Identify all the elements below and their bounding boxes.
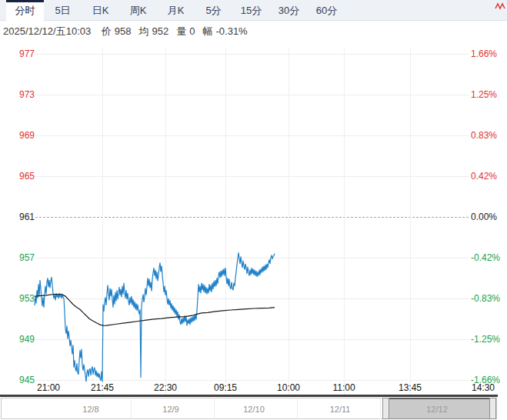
nav-date-12/10: 12/10 [243,405,265,414]
active-tab-indicator [6,0,44,2]
status-average-label: 均 [139,25,149,37]
price-line [35,252,275,382]
time-label-11:00: 11:00 [332,382,355,393]
status-change: 幅-0.31% [202,25,247,37]
price-tick-961: 961 [0,212,35,222]
tab-60min[interactable]: 60分 [308,0,345,21]
price-tick-945: 945 [0,375,35,385]
selected-range-box[interactable] [389,398,489,419]
time-label-13:45: 13:45 [399,382,422,393]
v-gridline-09:15 [225,48,226,395]
tab-5min[interactable]: 5分 [195,0,232,21]
v-gridline-22:30 [165,48,166,395]
status-bar: 2025/12/12/五10:03 价958均952量0幅-0.31% [0,22,507,42]
status-price: 价958 [102,25,132,37]
tab-30min-label: 30分 [279,5,299,16]
price-tick-969: 969 [0,131,35,140]
tab-monthly-k-label: 月K [168,5,185,16]
status-average: 均952 [139,25,169,37]
h-gridline [35,135,469,136]
time-label-10:00: 10:00 [277,382,300,393]
tab-minute-label: 分时 [15,5,35,16]
tab-15min[interactable]: 15分 [232,0,270,21]
nav-date-12/9: 12/9 [162,405,178,414]
time-label-09:15: 09:15 [214,382,237,393]
chart-canvas [0,0,507,420]
nav-date-12/11: 12/11 [330,405,351,414]
price-tick-949: 949 [0,335,35,344]
percent-tick--0.42%: -0.42% [471,253,506,262]
price-tick-973: 973 [0,90,35,99]
tab-weekly-k-label: 周K [130,5,147,16]
h-gridline [35,95,469,95]
status-volume: 量0 [176,25,195,37]
baseline-gridline [35,217,469,218]
status-price-value: 958 [115,25,132,37]
tab-5day-label: 5日 [55,5,70,16]
h-gridline [35,176,469,177]
tab-minute[interactable]: 分时 [6,0,44,21]
status-change-value: -0.31% [215,25,247,37]
percent-tick-1.66%: 1.66% [471,49,506,58]
time-label-22:30: 22:30 [154,382,177,393]
h-gridline [35,339,469,340]
price-tick-957: 957 [0,253,35,262]
tab-weekly-k[interactable]: 周K [119,0,157,21]
time-axis-line [0,395,498,397]
status-volume-value: 0 [189,25,195,37]
percent-tick-1.25%: 1.25% [471,90,506,99]
intraday-chart-screen: 分时5日日K周K月K5分15分30分60分 2025/12/12/五10:03 … [0,0,507,420]
percent-tick-0.42%: 0.42% [471,172,506,181]
period-tab-bar: 分时5日日K周K月K5分15分30分60分 [0,0,507,21]
tab-daily-k[interactable]: 日K [82,0,119,21]
percent-tick--1.25%: -1.25% [471,335,506,344]
time-label-21:45: 21:45 [91,382,114,393]
status-change-label: 幅 [202,25,212,37]
v-gridline-10:00 [289,48,289,395]
tab-5min-label: 5分 [205,5,221,16]
tab-60min-label: 60分 [316,5,337,16]
tab-monthly-k[interactable]: 月K [157,0,195,21]
v-gridline-21:45 [102,48,103,395]
price-tick-977: 977 [0,49,35,58]
h-gridline [35,380,469,381]
tab-15min-label: 15分 [241,5,262,16]
status-average-value: 952 [152,25,169,37]
v-gridline-11:00 [344,48,345,395]
h-gridline [35,258,469,258]
status-volume-label: 量 [176,25,186,37]
percent-tick-0.83%: 0.83% [471,131,506,140]
navigator-day-separator [380,398,381,419]
range-handle-left[interactable] [382,398,389,419]
time-label-14:30: 14:30 [472,382,495,393]
price-tick-953: 953 [0,294,35,303]
tab-30min[interactable]: 30分 [270,0,308,21]
v-gridline-13:45 [410,48,411,395]
red-scribble-icon [495,2,505,11]
navigator-day-separator [214,398,215,419]
status-price-label: 价 [102,25,112,37]
navigator-day-separator [131,398,132,419]
percent-tick-0.00%: 0.00% [471,212,506,222]
time-label-21:00: 21:00 [37,382,60,393]
h-gridline [35,298,469,299]
range-handle-right[interactable] [489,398,496,419]
navigator-day-separator [297,398,298,419]
h-gridline [35,54,469,55]
tab-daily-k-label: 日K [92,5,109,16]
percent-tick--0.83%: -0.83% [471,294,506,303]
status-datetime: 2025/12/12/五10:03 [3,25,91,37]
tab-5day[interactable]: 5日 [44,0,82,21]
nav-date-12/8: 12/8 [82,405,98,414]
price-tick-965: 965 [0,172,35,181]
